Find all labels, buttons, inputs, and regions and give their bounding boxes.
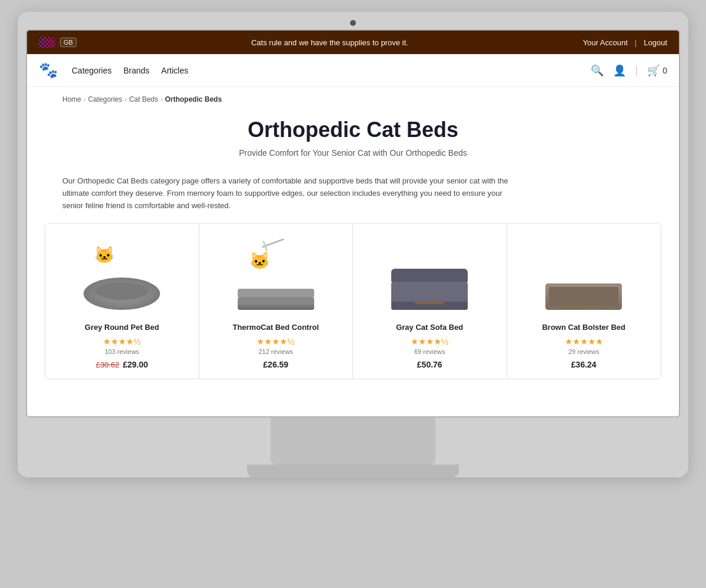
product-stars-1: ★★★★½ <box>103 336 141 347</box>
locale-label: GB <box>60 38 76 47</box>
breadcrumb-home[interactable]: Home <box>62 95 81 103</box>
product-price-normal-2: £26.59 <box>263 360 288 369</box>
product-price-3: £50.76 <box>417 360 442 369</box>
product-image-area-3 <box>360 233 499 316</box>
product-card-1[interactable]: 🐱 Grey Round Pet Bed ★★★★½ 103 reviews £… <box>45 224 199 379</box>
product-price-normal-4: £36.24 <box>571 360 597 369</box>
product-card-2[interactable]: 🐱 ThermoCat Bed Control ★★★★½ 212 review… <box>199 224 354 379</box>
product-name-2: ThermoCat Bed Control <box>232 323 319 332</box>
product-price-normal-3: £50.76 <box>417 360 442 369</box>
cart-button[interactable]: 🛒 0 <box>647 64 667 77</box>
product-card-3[interactable]: Gray Cat Sofa Bed ★★★★½ 69 reviews £50.7… <box>353 224 507 379</box>
site-logo-icon: 🐾 <box>39 61 58 79</box>
cart-count: 0 <box>662 66 667 75</box>
topbar-tagline: Cats rule and we have the supplies to pr… <box>76 38 583 47</box>
topbar: GB Cats rule and we have the supplies to… <box>27 31 679 54</box>
breadcrumb-cat-beds[interactable]: Cat Beds <box>129 95 158 103</box>
product-price-2: £26.59 <box>263 360 288 369</box>
breadcrumb-sep-2: › <box>125 96 127 103</box>
product-price-original-1: £30.62 <box>96 360 119 369</box>
breadcrumb-sep-3: › <box>161 96 163 103</box>
products-grid: 🐱 Grey Round Pet Bed ★★★★½ 103 reviews £… <box>45 223 661 379</box>
product-stars-3: ★★★★½ <box>411 336 449 347</box>
product-name-3: Gray Cat Sofa Bed <box>396 323 463 332</box>
monitor-screen: GB Cats rule and we have the supplies to… <box>26 29 680 417</box>
product-image-area-2: 🐱 <box>207 233 346 316</box>
product-image-area-4 <box>514 233 654 316</box>
product-image-area-1: 🐱 <box>52 233 192 316</box>
account-link[interactable]: Your Account <box>583 38 628 47</box>
page-hero: Orthopedic Cat Beds Provide Comfort for … <box>27 112 679 169</box>
product-name-1: Grey Round Pet Bed <box>85 323 159 332</box>
breadcrumb: Home › Categories › Cat Beds › Orthopedi… <box>27 87 679 112</box>
page-title: Orthopedic Cat Beds <box>62 118 644 142</box>
product-reviews-2: 212 reviews <box>258 348 293 355</box>
monitor-outer: GB Cats rule and we have the supplies to… <box>18 12 688 477</box>
user-icon[interactable]: 👤 <box>613 64 626 77</box>
monitor-stand-neck <box>271 417 435 465</box>
product-card-4[interactable]: Brown Cat Bolster Bed ★★★★★ 29 reviews £… <box>507 224 661 379</box>
products-section: 🐱 Grey Round Pet Bed ★★★★½ 103 reviews £… <box>27 223 679 397</box>
monitor-stand-base <box>247 465 459 477</box>
page-subtitle: Provide Comfort for Your Senior Cat with… <box>62 148 644 158</box>
nav-icons: 🔍 👤 | 🛒 0 <box>591 64 667 77</box>
monitor-dot <box>350 20 356 26</box>
nav-brands[interactable]: Brands <box>124 66 149 75</box>
breadcrumb-sep-1: › <box>84 96 86 103</box>
cart-separator: | <box>635 64 638 76</box>
product-reviews-1: 103 reviews <box>105 348 139 355</box>
navbar: 🐾 Categories Brands Articles 🔍 👤 | 🛒 0 <box>27 54 679 87</box>
topbar-right: Your Account | Logout <box>583 38 667 47</box>
topbar-left: GB <box>39 37 76 48</box>
product-reviews-4: 29 reviews <box>568 348 600 355</box>
logout-link[interactable]: Logout <box>644 38 667 47</box>
cart-icon: 🛒 <box>647 64 660 77</box>
product-stars-4: ★★★★★ <box>565 336 603 347</box>
breadcrumb-categories[interactable]: Categories <box>88 95 122 103</box>
nav-articles[interactable]: Articles <box>161 66 188 75</box>
nav-categories[interactable]: Categories <box>72 66 112 75</box>
product-price-1: £30.62 £29.00 <box>96 360 148 369</box>
breadcrumb-current: Orthopedic Beds <box>165 95 222 103</box>
product-price-sale-1: £29.00 <box>123 360 148 369</box>
product-stars-2: ★★★★½ <box>257 336 295 347</box>
search-icon[interactable]: 🔍 <box>591 64 604 77</box>
product-price-4: £36.24 <box>571 360 597 369</box>
topbar-divider: | <box>635 38 637 47</box>
nav-links: Categories Brands Articles <box>72 66 591 75</box>
gb-flag-icon <box>39 37 55 48</box>
product-reviews-3: 69 reviews <box>414 348 445 355</box>
page-description: Our Orthopedic Cat Beds category page of… <box>27 169 557 223</box>
product-name-4: Brown Cat Bolster Bed <box>542 323 625 332</box>
